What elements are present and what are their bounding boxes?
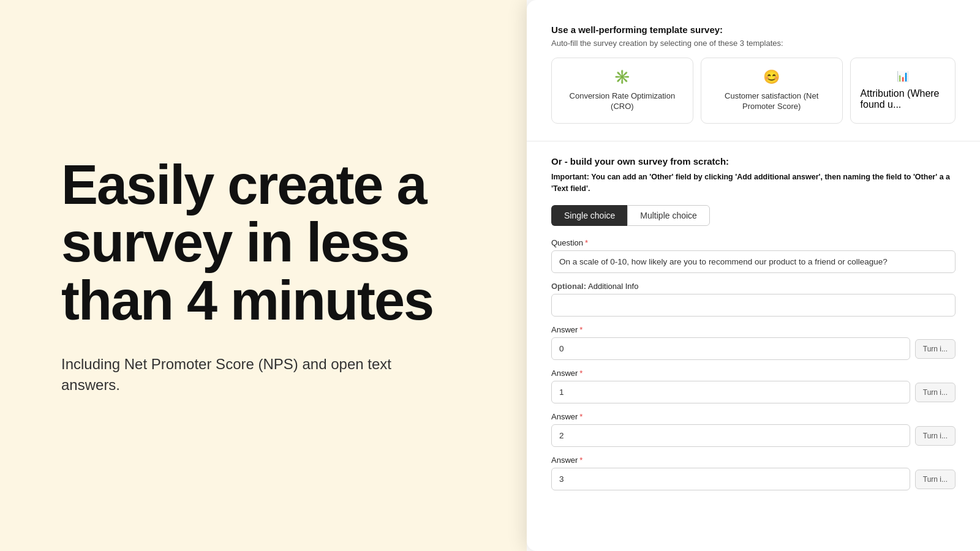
answer-1-turn-in-button[interactable]: Turn i...	[915, 383, 956, 402]
template-cards: ✳️ Conversion Rate Optimization (CRO) 😊 …	[551, 58, 956, 124]
scratch-note-text: You can add an 'Other' field by clicking…	[551, 173, 950, 193]
answer-1-label: Answer *	[551, 369, 956, 378]
template-card-nps[interactable]: 😊 Customer satisfaction (Net Promoter Sc…	[701, 58, 843, 124]
important-bold: Important:	[551, 173, 589, 181]
answer-1-input[interactable]	[551, 381, 910, 403]
answer-0-group: Answer * Turn i...	[551, 325, 956, 360]
answer-3-input[interactable]	[551, 468, 910, 490]
additional-info-input[interactable]	[551, 294, 956, 317]
multiple-choice-button[interactable]: Multiple choice	[627, 205, 710, 226]
question-input[interactable]	[551, 250, 956, 273]
choice-toggle-group: Single choice Multiple choice	[551, 205, 956, 226]
answer-0-row: Turn i...	[551, 337, 956, 360]
nps-icon: 😊	[763, 69, 780, 85]
answer-0-required: *	[579, 325, 582, 334]
template-card-attribution[interactable]: 📊 Attribution (Where found u...	[850, 58, 956, 124]
answer-0-turn-in-button[interactable]: Turn i...	[915, 339, 956, 359]
answer-3-label: Answer *	[551, 455, 956, 465]
answer-2-required: *	[579, 412, 582, 421]
cro-icon: ✳️	[614, 69, 630, 85]
answer-3-turn-in-button[interactable]: Turn i...	[915, 470, 956, 489]
template-section-title: Use a well-performing template survey:	[551, 24, 956, 35]
nps-label: Customer satisfaction (Net Promoter Scor…	[711, 91, 832, 112]
answer-2-row: Turn i...	[551, 424, 956, 447]
question-field-group: Question *	[551, 238, 956, 273]
scratch-title: Or - build your own survey from scratch:	[551, 156, 956, 167]
question-label: Question *	[551, 238, 956, 247]
answer-3-required: *	[579, 455, 582, 465]
template-section: Use a well-performing template survey: A…	[551, 24, 956, 124]
answer-2-label: Answer *	[551, 412, 956, 421]
answer-0-input[interactable]	[551, 337, 910, 360]
hero-title: Easily create a survey in less than 4 mi…	[61, 156, 466, 330]
answer-1-group: Answer * Turn i...	[551, 369, 956, 403]
additional-info-label: Optional: Additional Info	[551, 282, 956, 291]
attribution-label: Attribution (Where found u...	[861, 88, 945, 110]
scratch-note: Important: You can add an 'Other' field …	[551, 171, 956, 195]
template-section-desc: Auto-fill the survey creation by selecti…	[551, 39, 956, 48]
template-card-cro[interactable]: ✳️ Conversion Rate Optimization (CRO)	[551, 58, 693, 124]
answer-1-required: *	[579, 369, 582, 378]
additional-info-text: Additional Info	[588, 282, 638, 291]
right-panel: Use a well-performing template survey: A…	[527, 0, 980, 551]
attribution-icon: 📊	[897, 70, 909, 82]
section-divider	[527, 141, 980, 141]
question-required-star: *	[585, 238, 588, 247]
hero-subtitle: Including Net Promoter Score (NPS) and o…	[61, 354, 429, 395]
scratch-section: Or - build your own survey from scratch:…	[551, 156, 956, 551]
left-panel: Easily create a survey in less than 4 mi…	[0, 0, 527, 551]
answer-3-row: Turn i...	[551, 468, 956, 490]
answer-1-row: Turn i...	[551, 381, 956, 403]
answer-2-input[interactable]	[551, 424, 910, 447]
single-choice-button[interactable]: Single choice	[551, 205, 627, 226]
answer-3-group: Answer * Turn i...	[551, 455, 956, 490]
optional-tag: Optional:	[551, 282, 586, 291]
additional-info-field-group: Optional: Additional Info	[551, 282, 956, 317]
answer-2-turn-in-button[interactable]: Turn i...	[915, 426, 956, 446]
answer-2-group: Answer * Turn i...	[551, 412, 956, 447]
cro-label: Conversion Rate Optimization (CRO)	[562, 91, 683, 112]
answer-0-label: Answer *	[551, 325, 956, 334]
